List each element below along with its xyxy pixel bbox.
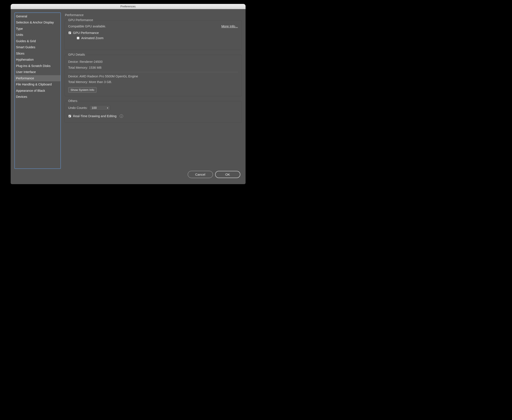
sidebar-item-selection-anchor-display[interactable]: Selection & Anchor Display <box>15 19 61 25</box>
group-title-others: Others <box>67 99 79 103</box>
window-titlebar[interactable]: Preferences <box>11 4 245 9</box>
undo-counts-select[interactable]: 100 ▾ <box>89 105 110 110</box>
sidebar-item-type[interactable]: Type <box>15 26 61 32</box>
category-sidebar: GeneralSelection & Anchor DisplayTypeUni… <box>15 13 61 169</box>
chevron-down-icon: ▾ <box>107 107 108 109</box>
gpu-memory-1: Total Memory: 1536 MB <box>68 65 238 71</box>
gpu-device-1: Device: Renderer-24500 <box>68 59 238 65</box>
preferences-window: Preferences GeneralSelection & Anchor Di… <box>11 4 245 184</box>
gpu-compat-text: Compatible GPU available. <box>68 25 106 28</box>
sidebar-item-appearance-of-black[interactable]: Appearance of Black <box>15 88 61 94</box>
group-gpu-details: GPU Details Device: Renderer-24500 Total… <box>65 55 242 96</box>
undo-counts-value: 100 <box>92 106 97 110</box>
cancel-button[interactable]: Cancel <box>188 171 213 178</box>
realtime-label: Real-Time Drawing and Editing <box>73 114 117 118</box>
show-system-info-button[interactable]: Show System Info <box>68 87 97 93</box>
undo-counts-label: Undo Counts: <box>68 106 88 110</box>
ok-button[interactable]: OK <box>215 171 240 178</box>
sidebar-item-file-handling-clipboard[interactable]: File Handling & Clipboard <box>15 81 61 87</box>
group-gpu-performance: GPU Performance Compatible GPU available… <box>65 20 242 50</box>
dialog-footer: Cancel OK <box>11 171 245 184</box>
group-title-gpu-details: GPU Details <box>67 53 86 56</box>
content-area: GeneralSelection & Anchor DisplayTypeUni… <box>11 9 245 171</box>
sidebar-item-plug-ins-scratch-disks[interactable]: Plug-ins & Scratch Disks <box>15 63 61 69</box>
group-others: Others Undo Counts: 100 ▾ Real-Time Draw… <box>65 101 242 123</box>
group-title-gpu-performance: GPU Performance <box>67 18 94 22</box>
more-info-link[interactable]: More Info... <box>222 24 238 28</box>
sidebar-item-slices[interactable]: Slices <box>15 50 61 57</box>
animated-zoom-label: Animated Zoom <box>81 36 104 40</box>
sidebar-item-guides-grid[interactable]: Guides & Grid <box>15 38 61 44</box>
gpu-performance-checkbox[interactable] <box>68 31 71 34</box>
sidebar-item-smart-guides[interactable]: Smart Guides <box>15 44 61 50</box>
sidebar-item-hyphenation[interactable]: Hyphenation <box>15 57 61 63</box>
sidebar-item-general[interactable]: General <box>15 13 61 19</box>
window-title: Preferences <box>120 5 136 8</box>
animated-zoom-checkbox[interactable] <box>76 37 80 40</box>
sidebar-item-performance[interactable]: Performance <box>15 75 61 81</box>
gpu-memory-2: Total Memory: More than 3 GB. <box>68 79 238 85</box>
sidebar-item-user-interface[interactable]: User Interface <box>15 69 61 75</box>
realtime-checkbox[interactable] <box>68 115 71 118</box>
sidebar-item-units[interactable]: Units <box>15 32 61 38</box>
realtime-checkbox-row[interactable]: Real-Time Drawing and Editing i <box>68 114 238 118</box>
info-icon[interactable]: i <box>120 114 123 118</box>
gpu-performance-label: GPU Performance <box>73 31 99 35</box>
animated-zoom-checkbox-row[interactable]: Animated Zoom <box>76 36 238 40</box>
gpu-device-2: Device: AMD Radeon Pro 5500M OpenGL Engi… <box>68 74 238 79</box>
page-title: Performance <box>65 13 242 17</box>
sidebar-item-devices[interactable]: Devices <box>15 94 61 100</box>
main-panel: Performance GPU Performance Compatible G… <box>65 13 242 169</box>
divider <box>68 72 238 72</box>
gpu-performance-checkbox-row[interactable]: GPU Performance <box>68 31 238 35</box>
